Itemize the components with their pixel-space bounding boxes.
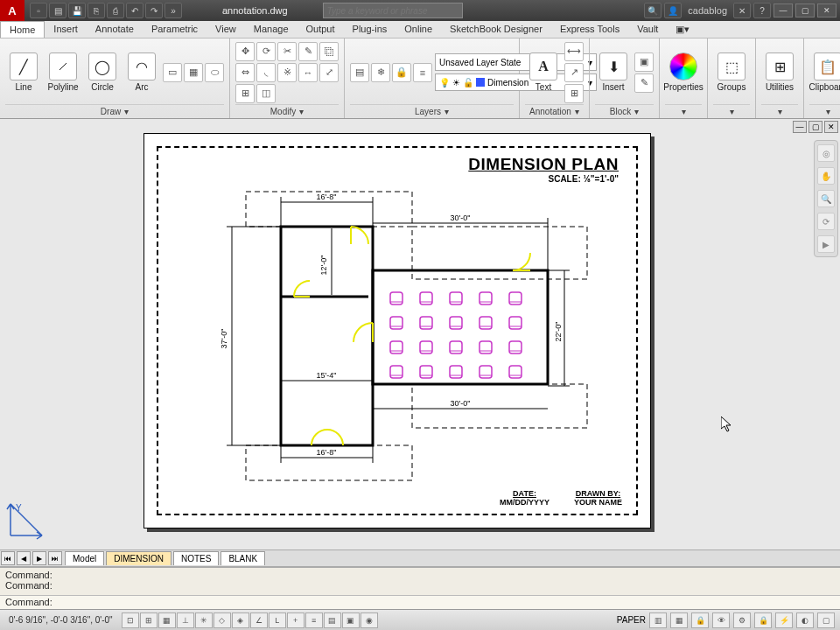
maximize-button[interactable]: ▢ [795, 4, 815, 18]
polyline-button[interactable]: ⟋Polyline [45, 52, 81, 92]
vp-close-button[interactable]: ✕ [824, 121, 838, 133]
dyn-icon[interactable]: + [287, 612, 304, 628]
tab-plugins[interactable]: Plug-ins [344, 21, 396, 38]
hardware-icon[interactable]: ⚡ [775, 612, 793, 628]
layout-tab-blank[interactable]: BLANK [220, 551, 265, 565]
chevron-down-icon[interactable]: ▾ [826, 107, 830, 116]
tab-vault[interactable]: Vault [628, 21, 667, 38]
pan-icon[interactable]: ✋ [817, 167, 835, 185]
rect-icon[interactable]: ▭ [163, 63, 182, 82]
insert-button[interactable]: ⬇Insert [595, 52, 632, 92]
showmotion-icon[interactable]: ▶ [817, 235, 835, 253]
array-icon[interactable]: ⊞ [235, 84, 255, 103]
qat-undo-icon[interactable]: ↶ [126, 3, 144, 18]
scale-icon[interactable]: ⤢ [319, 63, 339, 82]
3dosnap-icon[interactable]: ◈ [232, 612, 249, 628]
chevron-down-icon[interactable]: ▾ [444, 107, 449, 116]
qat-more-icon[interactable]: » [164, 3, 182, 18]
orbit-icon[interactable]: ⟳ [817, 213, 835, 230]
qat-save-icon[interactable]: 💾 [68, 3, 86, 18]
tab-sketchbook[interactable]: SketchBook Designer [441, 21, 551, 38]
qp-icon[interactable]: ▣ [342, 612, 360, 628]
tab-manage[interactable]: Manage [245, 21, 298, 38]
tab-last-icon[interactable]: ⏭ [48, 551, 62, 565]
rotate-icon[interactable]: ⟳ [256, 42, 276, 61]
qat-open-icon[interactable]: ▤ [49, 3, 66, 18]
fillet-icon[interactable]: ◟ [256, 63, 276, 82]
tab-next-icon[interactable]: ▶ [32, 551, 46, 565]
annovis-icon[interactable]: 👁 [712, 612, 730, 628]
line-button[interactable]: ╱Line [5, 52, 42, 92]
stretch-icon[interactable]: ↔ [298, 63, 318, 82]
chevron-down-icon[interactable]: ▾ [682, 107, 686, 116]
groups-button[interactable]: ⬚Groups [713, 52, 750, 92]
infer-icon[interactable]: ⊡ [122, 612, 139, 628]
drawing-viewport[interactable]: — ▢ ✕ DIMENSION PLAN SCALE: ⅛"=1'-0" [0, 119, 840, 546]
tab-view[interactable]: View [206, 21, 245, 38]
layer-prop-icon[interactable]: ▤ [350, 63, 369, 82]
tab-extra-icon[interactable]: ▣▾ [667, 21, 698, 38]
search-icon[interactable]: 🔍 [644, 3, 662, 18]
move-icon[interactable]: ✥ [235, 42, 255, 61]
circle-button[interactable]: ◯Circle [84, 52, 121, 92]
clean-icon[interactable]: ▢ [817, 612, 835, 628]
app-logo[interactable]: A [0, 0, 24, 21]
table-icon[interactable]: ⊞ [564, 84, 584, 103]
copy-icon[interactable]: ⿻ [319, 42, 339, 61]
layout-tab-notes[interactable]: NOTES [173, 551, 219, 565]
offset-icon[interactable]: ◫ [256, 84, 276, 103]
qat-saveas-icon[interactable]: ⎘ [88, 3, 105, 18]
grid-icon[interactable]: ▦ [158, 612, 176, 628]
layout-tab-model[interactable]: Model [65, 551, 104, 565]
hatch-icon[interactable]: ▦ [184, 63, 203, 82]
workspace-icon[interactable]: ⚙ [733, 612, 751, 628]
leader-icon[interactable]: ↗ [564, 63, 584, 82]
close-button[interactable]: ✕ [817, 4, 836, 18]
annoscale-icon[interactable]: 🔒 [691, 612, 709, 628]
explode-icon[interactable]: ※ [277, 63, 297, 82]
tab-home[interactable]: Home [0, 21, 45, 38]
ellipse-icon[interactable]: ⬭ [205, 63, 224, 82]
model-icon[interactable]: ▥ [649, 612, 667, 628]
vp-maximize-button[interactable]: ▢ [808, 121, 822, 133]
tab-annotate[interactable]: Annotate [87, 21, 143, 38]
trim-icon[interactable]: ✂ [277, 42, 297, 61]
erase-icon[interactable]: ✎ [298, 42, 318, 61]
chevron-down-icon[interactable]: ▾ [634, 107, 639, 116]
tab-output[interactable]: Output [298, 21, 344, 38]
tab-online[interactable]: Online [396, 21, 441, 38]
layer-freeze-icon[interactable]: ❄ [371, 63, 390, 82]
chevron-down-icon[interactable]: ▾ [299, 107, 304, 116]
command-input[interactable]: Command: [0, 595, 840, 609]
tab-insert[interactable]: Insert [45, 21, 87, 38]
user-icon[interactable]: 👤 [664, 3, 682, 18]
tab-first-icon[interactable]: ⏮ [1, 551, 15, 565]
search-input[interactable] [323, 3, 463, 18]
help-icon[interactable]: ? [753, 3, 771, 18]
layer-lock-icon[interactable]: 🔒 [392, 63, 411, 82]
layout-tab-dimension[interactable]: DIMENSION [106, 551, 172, 565]
zoom-icon[interactable]: 🔍 [817, 190, 835, 207]
tab-parametric[interactable]: Parametric [143, 21, 206, 38]
arc-button[interactable]: ◠Arc [123, 52, 160, 92]
chevron-down-icon[interactable]: ▾ [575, 107, 579, 116]
chevron-down-icon[interactable]: ▾ [778, 107, 782, 116]
lwt-icon[interactable]: ≡ [305, 612, 323, 628]
create-block-icon[interactable]: ▣ [634, 52, 654, 72]
tpy-icon[interactable]: ▤ [324, 612, 341, 628]
chevron-down-icon[interactable]: ▾ [730, 107, 734, 116]
snap-icon[interactable]: ⊞ [140, 612, 158, 628]
sc-icon[interactable]: ◉ [360, 612, 378, 628]
minimize-button[interactable]: — [774, 4, 793, 18]
quickview-icon[interactable]: ▦ [670, 612, 688, 628]
utilities-button[interactable]: ⊞Utilities [761, 52, 798, 92]
polar-icon[interactable]: ✳ [195, 612, 213, 628]
qat-redo-icon[interactable]: ↷ [145, 3, 163, 18]
toolbar-lock-icon[interactable]: 🔒 [754, 612, 772, 628]
osnap-icon[interactable]: ◇ [214, 612, 231, 628]
vp-minimize-button[interactable]: — [793, 121, 807, 133]
clipboard-button[interactable]: 📋Clipboard [809, 52, 840, 92]
mirror-icon[interactable]: ⇔ [235, 63, 255, 82]
qat-new-icon[interactable]: ▫ [30, 3, 47, 18]
chevron-down-icon[interactable]: ▾ [124, 107, 129, 116]
